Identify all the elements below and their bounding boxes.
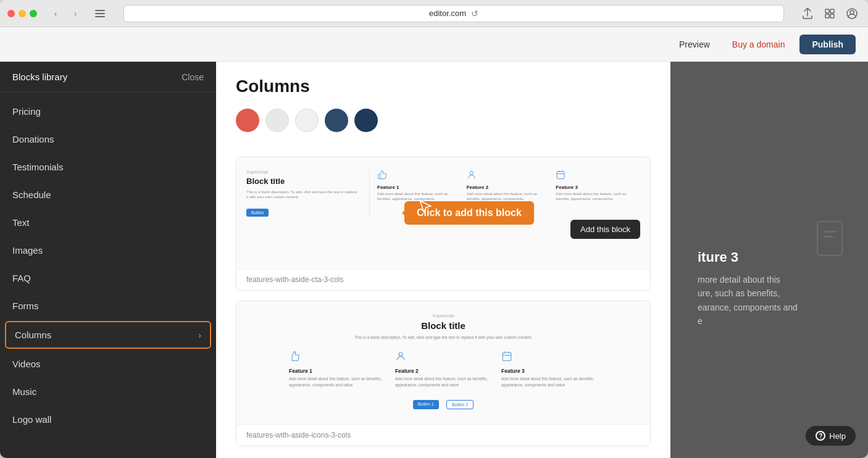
block2-f1-title: Feature 1: [289, 368, 385, 374]
block1-title: Block title: [246, 177, 359, 186]
share-icon[interactable]: [799, 5, 816, 22]
svg-point-9: [470, 172, 473, 175]
svg-rect-3: [825, 9, 829, 13]
svg-rect-6: [830, 14, 834, 18]
block2-buttons: Button 1 Button 2: [413, 396, 474, 409]
help-circle-icon: ?: [816, 431, 825, 441]
svg-point-11: [399, 352, 403, 356]
cursor-arrow: [419, 199, 433, 217]
sidebar-item-text[interactable]: Text: [0, 209, 216, 236]
sidebar-item-label: Columns: [15, 330, 51, 340]
block1-feature2-text: Add more detail about this feature, such…: [467, 191, 551, 202]
color-swatches: [236, 109, 651, 132]
chevron-right-icon: ›: [198, 330, 201, 340]
svg-rect-13: [817, 222, 842, 256]
sidebar-item-videos[interactable]: Videos: [0, 350, 216, 378]
block2-feature-1: Feature 1 Add more detail about this fea…: [289, 351, 385, 388]
svg-rect-10: [557, 172, 564, 179]
block2-feature-2: Feature 2 Add more detail about this fea…: [395, 351, 491, 388]
sidebar-item-music[interactable]: Music: [0, 378, 216, 406]
block2-button2[interactable]: Button 2: [446, 400, 474, 409]
close-traffic-light[interactable]: [7, 10, 15, 17]
svg-rect-0: [95, 10, 105, 11]
block2-description: This is a block description. To edit, cl…: [354, 335, 532, 341]
help-label: Help: [829, 431, 846, 441]
top-app-bar: Preview Buy a domain Publish: [0, 27, 868, 62]
sidebar-item-label: Forms: [12, 301, 39, 311]
grid-icon[interactable]: [821, 5, 838, 22]
block2-template-name: features-with-aside-icons-3-cols: [236, 424, 650, 446]
block2-title: Block title: [421, 320, 465, 331]
sidebar-item-pricing[interactable]: Pricing: [0, 98, 216, 125]
add-block-button[interactable]: Add this block: [570, 220, 640, 239]
block1-button[interactable]: Button: [246, 209, 269, 217]
sidebar-item-donations[interactable]: Donations: [0, 125, 216, 153]
svg-rect-1: [95, 13, 105, 14]
blocks-library-sidebar: Blocks library Close Pricing Donations T…: [0, 62, 216, 458]
block2-f2-text: Add more detail about this feature, such…: [395, 376, 491, 388]
block-card-2[interactable]: Superscript Block title This is a block …: [236, 301, 651, 446]
block1-superscript: Superscript: [246, 170, 359, 174]
toolbar-right: [799, 5, 861, 22]
sidebar-item-label: Pricing: [12, 106, 41, 117]
right-panel-feature-text: more detail about thisure, such as benef…: [698, 273, 841, 328]
svg-rect-4: [830, 9, 834, 13]
user-icon[interactable]: [843, 5, 861, 22]
color-swatch-lighter[interactable]: [295, 109, 319, 132]
sidebar-item-testimonials[interactable]: Testimonials: [0, 153, 216, 181]
sidebar-item-forms[interactable]: Forms: [0, 292, 216, 320]
sidebar-item-label: Logo wall: [12, 414, 51, 425]
right-panel-decorative-icon: [811, 219, 848, 270]
block-card-1[interactable]: Superscript Block title This is a block …: [236, 157, 651, 291]
url-text: editor.com: [429, 9, 466, 18]
refresh-icon[interactable]: ↺: [471, 9, 478, 19]
minimize-traffic-light[interactable]: [19, 10, 26, 17]
svg-rect-12: [503, 352, 511, 361]
app-window: ‹ › editor.com ↺ Preview Buy a domain: [0, 0, 868, 458]
app-wrapper: Preview Buy a domain Publish Blocks libr…: [0, 27, 868, 458]
nav-buttons: ‹ ›: [47, 5, 84, 22]
block1-template-name: features-with-aside-cta-3-cols: [236, 269, 650, 290]
block2-f2-title: Feature 2: [395, 368, 491, 374]
color-swatch-dark[interactable]: [325, 109, 348, 132]
sidebar-item-label: Text: [12, 217, 30, 228]
preview-button[interactable]: Preview: [672, 36, 717, 53]
sidebar-item-label: Music: [12, 386, 36, 397]
svg-rect-5: [825, 14, 829, 18]
sidebar-item-schedule[interactable]: Schedule: [0, 181, 216, 209]
forward-button[interactable]: ›: [67, 5, 84, 22]
sidebar-item-label: Videos: [12, 359, 41, 369]
sidebar-item-label: FAQ: [12, 273, 31, 283]
sidebar-toggle-button[interactable]: [91, 5, 109, 22]
color-swatch-light[interactable]: [265, 109, 289, 132]
publish-button[interactable]: Publish: [799, 35, 856, 54]
content-row: Blocks library Close Pricing Donations T…: [0, 62, 868, 458]
block-preview-1: Superscript Block title This is a block …: [236, 157, 650, 269]
help-button[interactable]: ? Help: [806, 426, 856, 446]
sidebar-items-list: Pricing Donations Testimonials Schedule …: [0, 93, 216, 458]
block2-button1[interactable]: Button 1: [413, 400, 439, 409]
buy-domain-button[interactable]: Buy a domain: [725, 36, 793, 53]
color-swatch-red[interactable]: [236, 109, 259, 132]
svg-rect-2: [95, 16, 105, 17]
sidebar-item-logo-wall[interactable]: Logo wall: [0, 406, 216, 433]
block-preview-2: Superscript Block title This is a block …: [236, 301, 650, 424]
maximize-traffic-light[interactable]: [30, 10, 37, 17]
sidebar-item-faq[interactable]: FAQ: [0, 264, 216, 292]
right-panel-content: iture 3 more detail about thisure, such …: [670, 62, 868, 343]
right-panel: iture 3 more detail about thisure, such …: [670, 62, 868, 458]
sidebar-item-columns[interactable]: Columns ›: [5, 321, 211, 349]
sidebar-header: Blocks library Close: [0, 62, 216, 93]
block1-feature3-text: Add more detail about this feature, such…: [556, 191, 640, 202]
address-bar[interactable]: editor.com ↺: [123, 5, 784, 22]
sidebar-close-button[interactable]: Close: [182, 72, 204, 82]
block1-feature-3: Feature 3 Add more detail about this fea…: [556, 170, 640, 217]
titlebar: ‹ › editor.com ↺: [0, 0, 868, 27]
sidebar-title: Blocks library: [12, 72, 67, 82]
sidebar-item-label: Schedule: [12, 189, 51, 200]
block2-f1-text: Add more detail about this feature, such…: [289, 376, 385, 388]
back-button[interactable]: ‹: [47, 5, 64, 22]
sidebar-item-images[interactable]: Images: [0, 236, 216, 264]
block2-f3-title: Feature 3: [501, 368, 598, 374]
color-swatch-darker[interactable]: [354, 109, 378, 132]
